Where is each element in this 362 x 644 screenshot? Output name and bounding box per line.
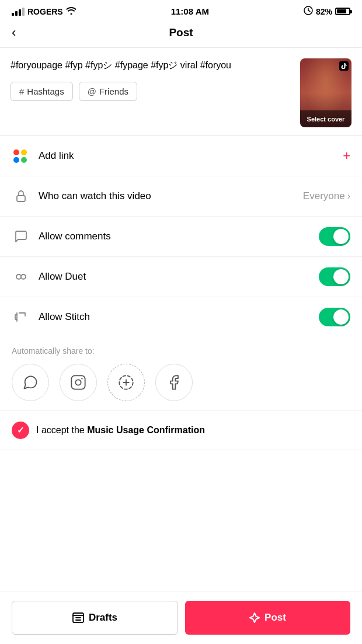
wifi-icon: [66, 6, 76, 17]
svg-rect-4: [71, 375, 85, 389]
tiktok-add-button[interactable]: [107, 364, 145, 401]
music-bold: Music Usage Confirmation: [87, 425, 205, 435]
allow-stitch-label: Allow Stitch: [39, 311, 319, 323]
battery-percent: 82%: [316, 7, 332, 16]
hashtags-label: Hashtags: [27, 86, 64, 96]
checkmark-icon: ✓: [17, 425, 25, 436]
hashtag-buttons: # Hashtags @ Friends: [11, 82, 292, 101]
whatsapp-share-button[interactable]: [12, 364, 49, 401]
tiktok-watermark: [339, 61, 349, 71]
allow-duet-toggle[interactable]: [319, 267, 350, 286]
share-section: Automatically share to:: [0, 337, 362, 411]
hash-icon: #: [19, 86, 24, 96]
post-icon: [249, 612, 260, 623]
at-icon: @: [88, 86, 96, 96]
drafts-label: Drafts: [89, 612, 117, 624]
add-link-icon: [12, 147, 30, 165]
battery-icon: [335, 8, 350, 15]
add-link-row[interactable]: Add link +: [0, 136, 362, 176]
privacy-icon: [12, 187, 30, 206]
allow-stitch-row[interactable]: Allow Stitch: [0, 297, 362, 337]
allow-comments-row[interactable]: Allow comments: [0, 217, 362, 257]
select-cover-label: Select cover: [307, 116, 345, 123]
stitch-icon: [12, 308, 30, 326]
signal-icon: [12, 8, 25, 16]
who-can-watch-label: Who can watch this video: [39, 190, 303, 202]
duet-icon: [12, 267, 30, 286]
status-bar: ROGERS 11:08 AM 82%: [0, 0, 362, 20]
music-usage-text: I accept the Music Usage Confirmation: [36, 425, 205, 436]
post-label: Post: [264, 612, 286, 624]
back-button[interactable]: ‹: [12, 25, 35, 40]
music-usage-row[interactable]: ✓ I accept the Music Usage Confirmation: [0, 411, 362, 450]
allow-stitch-toggle[interactable]: [319, 308, 350, 326]
toggle-knob: [333, 269, 349, 284]
everyone-label: Everyone: [303, 190, 345, 202]
status-right: 82%: [304, 6, 350, 17]
accept-checkbox[interactable]: ✓: [12, 422, 29, 439]
chevron-right-icon: ›: [347, 191, 350, 201]
video-overlay[interactable]: Select cover: [300, 110, 351, 127]
drafts-icon: [72, 612, 84, 623]
svg-rect-1: [17, 196, 25, 201]
who-can-watch-value: Everyone ›: [303, 190, 350, 202]
page-title: Post: [35, 26, 327, 39]
status-left: ROGERS: [12, 6, 76, 17]
share-label: Automatically share to:: [12, 346, 350, 356]
toggle-knob: [333, 309, 349, 325]
drafts-button[interactable]: Drafts: [12, 601, 178, 635]
caption-text[interactable]: #foryoupage #fyp #fypシ #fypage #fypジ vir…: [11, 58, 292, 72]
status-time: 11:08 AM: [171, 6, 209, 16]
svg-point-2: [16, 274, 21, 279]
allow-duet-label: Allow Duet: [39, 271, 319, 283]
svg-point-5: [75, 380, 81, 385]
comments-icon: [12, 227, 30, 246]
allow-duet-row[interactable]: Allow Duet: [0, 257, 362, 297]
toggle-knob: [333, 229, 349, 244]
nav-bar: ‹ Post: [0, 20, 362, 48]
video-thumbnail[interactable]: Select cover: [300, 58, 351, 127]
friends-label: Friends: [99, 86, 128, 96]
caption-left: #foryoupage #fyp #fypシ #fypage #fypジ vir…: [11, 58, 292, 127]
hashtags-button[interactable]: # Hashtags: [11, 82, 73, 101]
colorful-dots-icon: [13, 149, 29, 163]
post-button[interactable]: Post: [185, 601, 350, 635]
facebook-share-button[interactable]: [155, 364, 193, 401]
music-prefix: I accept the: [36, 425, 87, 435]
plus-icon: +: [343, 148, 350, 163]
caption-section: #foryoupage #fyp #fypシ #fypage #fypジ vir…: [0, 48, 362, 136]
allow-comments-label: Allow comments: [39, 231, 319, 242]
svg-point-6: [81, 378, 82, 379]
svg-point-3: [21, 274, 26, 279]
add-link-label: Add link: [39, 150, 343, 162]
bottom-bar: Drafts Post: [0, 591, 362, 644]
allow-comments-toggle[interactable]: [319, 227, 350, 246]
carrier-label: ROGERS: [27, 7, 63, 16]
share-icons: [12, 364, 350, 401]
settings-section: Add link + Who can watch this video Ever…: [0, 136, 362, 450]
location-icon: [304, 6, 313, 17]
friends-button[interactable]: @ Friends: [79, 82, 137, 101]
instagram-share-button[interactable]: [60, 364, 97, 401]
who-can-watch-row[interactable]: Who can watch this video Everyone ›: [0, 176, 362, 217]
